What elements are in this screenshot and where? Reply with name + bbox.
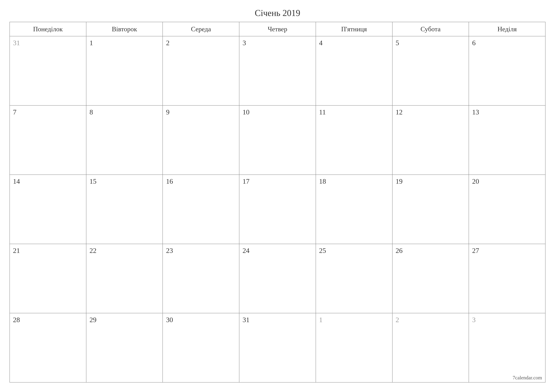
calendar-day-cell: 24 [239,244,316,313]
calendar-week-row: 31 1 2 3 4 5 6 [10,36,545,106]
calendar-day-cell: 26 [392,244,469,313]
calendar-day-cell: 13 [469,106,545,175]
calendar-week-row: 7 8 9 10 11 12 13 [10,106,545,175]
calendar-day-cell: 29 [86,313,163,382]
calendar-day-cell: 1 [316,313,392,382]
calendar-title: Січень 2019 [9,8,546,18]
calendar-week-row: 21 22 23 24 25 26 27 [10,244,545,313]
weekday-header: Вівторок [86,22,163,36]
calendar-day-cell: 7 [10,106,86,175]
calendar-day-cell: 22 [86,244,163,313]
calendar-day-cell: 4 [316,36,392,106]
calendar-day-cell: 10 [239,106,316,175]
calendar-day-cell: 31 [10,36,86,106]
calendar-day-cell: 14 [10,175,86,244]
calendar-day-cell: 28 [10,313,86,382]
calendar-day-cell: 31 [239,313,316,382]
weekday-header: П'ятниця [316,22,392,36]
weekday-header-row: Понеділок Вівторок Середа Четвер П'ятниц… [10,22,545,36]
calendar-day-cell: 20 [469,175,545,244]
footer-credit: 7calendar.com [513,375,542,381]
weekday-header: Неділя [469,22,545,36]
calendar-grid: Понеділок Вівторок Середа Четвер П'ятниц… [9,22,546,383]
calendar-day-cell: 9 [163,106,239,175]
calendar-day-cell: 6 [469,36,545,106]
calendar-week-row: 28 29 30 31 1 2 3 [10,313,545,382]
calendar-day-cell: 2 [392,313,469,382]
calendar-day-cell: 11 [316,106,392,175]
calendar-day-cell: 19 [392,175,469,244]
calendar-day-cell: 30 [163,313,239,382]
calendar-day-cell: 8 [86,106,163,175]
calendar-day-cell: 25 [316,244,392,313]
calendar-day-cell: 12 [392,106,469,175]
calendar-week-row: 14 15 16 17 18 19 20 [10,175,545,244]
calendar-day-cell: 3 [239,36,316,106]
weekday-header: Середа [163,22,239,36]
calendar-day-cell: 3 [469,313,545,382]
weekday-header: Понеділок [10,22,86,36]
calendar-day-cell: 17 [239,175,316,244]
calendar-day-cell: 1 [86,36,163,106]
weekday-header: Четвер [239,22,316,36]
calendar-day-cell: 16 [163,175,239,244]
calendar-day-cell: 21 [10,244,86,313]
calendar-day-cell: 23 [163,244,239,313]
calendar-day-cell: 27 [469,244,545,313]
weekday-header: Субота [392,22,469,36]
calendar-day-cell: 18 [316,175,392,244]
calendar-day-cell: 2 [163,36,239,106]
calendar-day-cell: 15 [86,175,163,244]
calendar-day-cell: 5 [392,36,469,106]
